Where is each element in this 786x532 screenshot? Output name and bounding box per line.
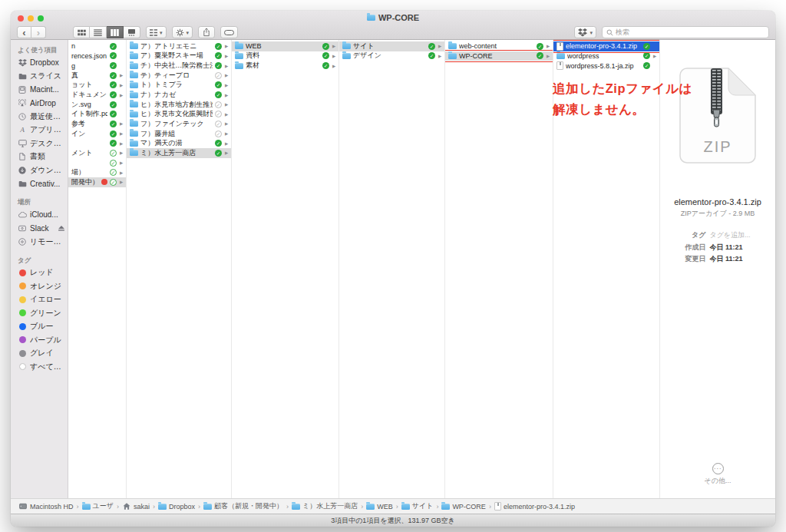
file-row[interactable]: ア）アトリエモニ✓▶ (127, 41, 231, 51)
file-row[interactable]: 開発中）✓▶ (68, 177, 126, 187)
titlebar[interactable]: WP-CORE ‹ › ▾ ▾ ▾ (11, 11, 775, 40)
path-item-1[interactable]: ユーザ (82, 501, 114, 511)
airdrop-icon (18, 99, 27, 107)
file-row[interactable]: ミ）水上芳一商店✓▶ (127, 148, 231, 158)
sidebar-item-2-2[interactable]: イエロー (11, 293, 68, 307)
path-item-7[interactable]: サイト (401, 501, 434, 511)
sidebar-item-2-4[interactable]: ブルー (11, 320, 68, 334)
action-menu-button[interactable]: ▾ (172, 26, 193, 38)
file-row[interactable]: 素材✓▶ (232, 61, 339, 71)
file-row[interactable]: フ）ファインテック✓▶ (127, 119, 231, 129)
file-row[interactable]: 真✓▶ (68, 71, 126, 81)
sidebar-item-0-3[interactable]: AirDrop (11, 97, 68, 111)
eject-icon[interactable] (58, 226, 64, 231)
sidebar-item-0-0[interactable]: Dropbox (11, 56, 68, 70)
share-button[interactable] (198, 26, 215, 38)
file-row[interactable]: 場）✓▶ (68, 167, 126, 177)
sidebar-item-0-9[interactable]: Creativ... (11, 177, 68, 191)
file-row[interactable]: ト）トミプラ✓▶ (127, 81, 231, 91)
search-input[interactable] (616, 28, 765, 36)
sidebar-section-title: タグ (11, 256, 68, 266)
file-row[interactable]: ン.svg✓ (68, 100, 126, 110)
synced-check-icon: ✓ (215, 91, 222, 98)
sidebar-item-2-3[interactable]: グリーン (11, 306, 68, 320)
file-row[interactable]: ヒ）氷見市文化振興財団✓▶ (127, 109, 231, 119)
file-row[interactable]: ナ）ナカゼ✓▶ (127, 90, 231, 100)
icon-view-button[interactable] (73, 26, 90, 38)
minimize-button[interactable] (28, 15, 34, 21)
path-item-2[interactable]: sakai (122, 503, 150, 511)
file-row[interactable]: ドキュメント✓▶ (68, 90, 126, 100)
add-tags-field[interactable]: タグを追加... (709, 230, 750, 240)
file-row[interactable]: elementor-pro-3.4.1.zip✓ (553, 41, 659, 51)
file-row[interactable]: フ）藤井組✓▶ (127, 129, 231, 139)
download-icon (18, 167, 27, 174)
tag-dot (19, 296, 26, 303)
back-button[interactable]: ‹ (17, 26, 31, 38)
file-row[interactable]: web-content✓▶ (445, 41, 553, 51)
sidebar-item-0-1[interactable]: スライス (11, 70, 68, 84)
file-name: 場） (71, 167, 107, 177)
path-item-3[interactable]: Dropbox (158, 503, 195, 511)
file-row[interactable]: メント✓▶ (68, 148, 126, 158)
file-row[interactable]: n✓ (68, 41, 126, 51)
forward-button[interactable]: › (31, 26, 46, 38)
sidebar-item-2-7[interactable]: すべて… (11, 360, 68, 374)
file-row[interactable]: WP-CORE✓▶ (445, 51, 553, 61)
chevron-down-icon: ▾ (590, 30, 593, 35)
file-row[interactable]: イン✓▶ (68, 129, 126, 139)
gallery-view-button[interactable] (124, 26, 140, 38)
path-item-9[interactable]: elementor-pro-3.4.1.zip (494, 502, 575, 511)
path-item-4[interactable]: 顧客（新規・開発中） (203, 501, 283, 511)
file-row[interactable]: ヒ）氷見市地方創生推進課✓▶ (127, 100, 231, 110)
sidebar-item-2-1[interactable]: オレンジ (11, 279, 68, 293)
show-more-button[interactable]: ··· その他... (660, 463, 775, 486)
sidebar-item-0-7[interactable]: 書類 (11, 150, 68, 164)
file-row[interactable]: マ）満天の湯✓▶ (127, 138, 231, 148)
file-row[interactable]: WEB✓▶ (232, 41, 339, 51)
sidebar-item-1-2[interactable]: リモー… (11, 235, 68, 249)
column-view-button[interactable] (107, 26, 124, 38)
file-row[interactable]: テ）ティープロ✓▶ (127, 71, 231, 81)
file-row[interactable]: wordpress✓▶ (553, 51, 659, 61)
file-row[interactable]: 資料✓▶ (232, 51, 339, 61)
zoom-button[interactable] (38, 15, 44, 21)
path-item-8[interactable]: WP-CORE (441, 503, 486, 511)
file-row[interactable]: wordpress-5.8.1-ja.zip✓ (553, 61, 659, 71)
file-row[interactable]: g✓ (68, 61, 126, 71)
sidebar-item-2-6[interactable]: グレイ (11, 347, 68, 361)
sidebar-item-0-8[interactable]: ダウン… (11, 164, 68, 177)
sidebar-item-1-0[interactable]: iCloud... (11, 208, 68, 222)
path-item-0[interactable]: Macintosh HD (18, 503, 74, 511)
search-field[interactable] (602, 26, 769, 38)
list-view-button[interactable] (90, 26, 107, 38)
file-row[interactable]: rences.json✓ (68, 51, 126, 61)
sidebar-item-0-5[interactable]: Aアプリ… (11, 124, 68, 137)
close-button[interactable] (18, 15, 24, 21)
group-menu-button[interactable]: ▾ (146, 26, 167, 38)
folder-icon (130, 101, 138, 107)
sidebar-item-0-2[interactable]: Macint... (11, 83, 68, 97)
sidebar-item-0-6[interactable]: デスク… (11, 137, 68, 150)
file-name: g (71, 62, 107, 70)
sidebar-item-2-0[interactable]: レッド (11, 266, 68, 280)
dropbox-toolbar-button[interactable]: ▾ (574, 26, 596, 38)
tags-button[interactable] (220, 26, 238, 38)
file-row[interactable]: 参考✓▶ (68, 119, 126, 129)
path-item-5[interactable]: ミ）水上芳一商店 (292, 501, 358, 511)
sidebar-item-2-5[interactable]: パープル (11, 333, 68, 347)
file-row[interactable]: サイト✓▶ (339, 41, 444, 51)
synced-check-icon: ✓ (110, 121, 117, 127)
dropbox-icon (18, 59, 27, 67)
file-row[interactable]: ✓▶ (68, 158, 126, 168)
disclosure-arrow-icon: ▶ (224, 73, 229, 78)
file-row[interactable]: ✓▶ (68, 138, 126, 148)
file-row[interactable]: ア）粟巣野スキー場✓▶ (127, 51, 231, 61)
sidebar-item-1-1[interactable]: Slack (11, 222, 68, 236)
sidebar-item-0-4[interactable]: 最近使… (11, 110, 68, 124)
file-row[interactable]: ョット✓▶ (68, 81, 126, 91)
path-item-6[interactable]: WEB (366, 503, 393, 511)
file-row[interactable]: イト制作.pdf✓ (68, 109, 126, 119)
file-row[interactable]: チ）中央社…険労務士法人✓▶ (127, 61, 231, 71)
file-row[interactable]: デザイン✓▶ (339, 51, 444, 61)
